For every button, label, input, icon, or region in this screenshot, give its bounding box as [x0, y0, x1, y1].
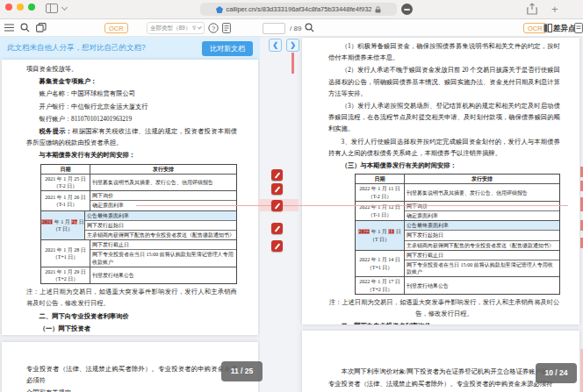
page-number-input[interactable] — [263, 23, 285, 34]
thumbnails-icon[interactable] — [36, 23, 47, 32]
paragraph: 3、发行人行使赎回选择权并按约定完成赎回资金划付的，发行人与本期债券持有人之间的… — [328, 136, 560, 159]
prev-diff-button[interactable]: ❮ — [269, 39, 282, 52]
table-row: 2022 年 1 月 17 日（T+2 日） 刊登发行结果公告 — [356, 276, 559, 293]
extension-icon[interactable] — [401, 4, 413, 15]
right-page-badge: 10 / 24 — [536, 363, 577, 383]
right-page-1: （1）积极筹备赎回资金，确保按照债券募集说明书和相关文件的约定，按时偿付本期债券… — [302, 38, 579, 324]
search-icon-right[interactable] — [305, 23, 314, 32]
schedule-table-left: 日期 发行安排 2021 年 1 月 25 日（T-2 日） 刊登募集说明书及其… — [40, 164, 237, 285]
next-diff-button[interactable]: ❯ — [286, 39, 299, 52]
diff-marker-icon[interactable] — [271, 223, 283, 234]
svg-text:?: ? — [212, 25, 215, 32]
table-row-highlighted: 2022 年 1 月 13 日（T 日） 公告最终票面利率网下发行起始日主承销商… — [356, 220, 559, 250]
new-tab-button[interactable]: + — [551, 3, 558, 16]
table-header: 日期 发行安排 — [356, 175, 559, 183]
paragraph: 本次网下利率询价对象/网下投资者为在证券登记机构开立合格证券账户的 — [328, 366, 560, 377]
right-document-pane: （1）积极筹备赎回资金，确保按照债券募集说明书和相关文件的约定，按时偿付本期债券… — [297, 37, 583, 392]
share-banner: 此文档来自他人分享，想对比自己的文档? 比对新文档 — [0, 37, 260, 60]
table-row: 2021 年 1 月 29 日（T+2 日） 刊登发行结果公告 — [41, 267, 236, 283]
diff-marker-icon[interactable] — [271, 169, 283, 181]
diff-report-icon[interactable] — [574, 23, 583, 33]
close-window-button[interactable] — [5, 4, 12, 11]
type-filter-label: 全部类型（89） — [150, 25, 191, 32]
table-row: 2022 年 1 月 14 日（T+1 日） 网下发行截止日网下专业投资者在当日… — [356, 250, 559, 277]
left-page-2: 专业投资者（法律、法规禁止购买者除外）。专业投资者的申购资金来源必须符 合国家有… — [2, 342, 258, 392]
paragraph: （1）积极筹备赎回资金，确保按照债券募集说明书和相关文件的约定，按时偿付本期债券… — [328, 40, 560, 63]
ocr-badge-left[interactable]: OCR — [104, 23, 128, 33]
paragraph: 项目资金投放等。 — [26, 63, 237, 75]
paragraph: （3）发行人承诺按照交易场所、登记结算机构的规定和相关约定及时启动债券赎回流程，… — [328, 100, 560, 135]
paragraph: 开户银行：中信银行北京金运大厦支行 — [26, 101, 237, 112]
menu-icon[interactable] — [4, 23, 14, 32]
document-icon-left[interactable] — [222, 23, 231, 33]
table-row: 2021 年 1 月 26 日（T-1 日） 网下询价确定票面利率 — [41, 190, 236, 210]
zoom-window-button[interactable] — [28, 4, 35, 11]
heading: 二、网下向专业投资者利率询价 — [26, 310, 237, 322]
search-icon-left[interactable] — [20, 23, 30, 32]
main-area: 此文档来自他人分享，想对比自己的文档? 比对新文档 项目资金投放等。 募集资金专… — [0, 37, 583, 392]
dropdown-chevron-icon — [198, 25, 202, 29]
diff-marker-icon[interactable] — [271, 183, 283, 195]
url-text: calliper.cn/s/83d333196af34c8fa75b33448f… — [227, 5, 372, 13]
heading: 与本期债券发行有关的时间安排： — [26, 149, 237, 160]
address-bar[interactable]: calliper.cn/s/83d333196af34c8fa75b33448f… — [200, 3, 397, 16]
pane-divider — [260, 37, 297, 392]
minimize-window-button[interactable] — [17, 4, 24, 11]
paragraph: 税务提示：根据国家有关税收法律、法规的规定，投资者投资本期债券所应缴纳的税款由投… — [26, 125, 237, 148]
paragraph: 合国家有关规定。 — [26, 387, 237, 392]
heading: （三）与本期债券发行有关的时间安排： — [328, 160, 560, 171]
diff-marker-icon[interactable] — [271, 240, 283, 252]
page-total-label: / 89 — [290, 25, 301, 32]
compare-new-doc-button[interactable]: 比对新文档 — [202, 41, 253, 56]
diff-ruler-tick[interactable] — [292, 53, 294, 74]
browser-chrome: calliper.cn/s/83d333196af34c8fa75b33448f… — [0, 0, 583, 19]
schedule-table-right: 日期 发行安排 2022 年 1 月 11 日（T-2 日） 刊登募集说明书及其… — [355, 174, 560, 295]
heading: 二、网下向专业投资者利率询价 — [328, 320, 560, 324]
heading: 募集资金专项账户： — [26, 75, 237, 87]
site-favicon — [216, 6, 223, 13]
table-row: 2021 年 1 月 25 日（T-2 日） 刊登募集说明书及其摘要、发行公告、… — [41, 174, 236, 190]
paragraph: （2）发行人承诺不晚于赎回资金发放日前 20 个交易日披露关于是否行使赎回选择权… — [328, 64, 560, 99]
table-row-highlighted: 2021 年 1 月 27 日（T 日） 公告最终票面利率网下发行起始日主承销商… — [41, 210, 236, 240]
left-page-1: 项目资金投放等。 募集资金专项账户： 账户名称：中国环球租赁有限公司 开户银行：… — [2, 60, 258, 335]
table-row: 2022 年 1 月 11 日（T-2 日） 刊登募集说明书及其摘要、发行公告、… — [356, 183, 559, 200]
table-row: 2022 年 1 月 12 日（T-1 日） 网下询价确定票面利率 — [356, 201, 559, 220]
share-banner-text: 此文档来自他人分享，想对比自己的文档? — [7, 43, 146, 53]
sidebar-toggle-icon[interactable] — [46, 4, 58, 13]
paragraph: 专业投资者（法律、法规禁止购买者除外）。专业投资者的申购资金来源必须符 — [26, 363, 237, 386]
paragraph: 账户名称：中国环球租赁有限公司 — [26, 88, 237, 99]
table-note: 注：上述日期为交易日，如遇重大突发事件影响发行，发行人和主承销商将及时公告，修改… — [328, 296, 560, 319]
help-icon[interactable]: ? — [208, 23, 219, 33]
paragraph: 专业投资者（法律、法规禁止购买者除外）。专业投资者的申购资金来源必须符 — [328, 378, 560, 389]
diff-connector-line — [136, 205, 568, 206]
chevron-down-icon[interactable] — [61, 4, 68, 11]
app-toolbar: OCR 全部类型（89） ? / 89 OCR 差异点 — [0, 19, 583, 37]
type-filter-dropdown[interactable]: 全部类型（89） — [147, 22, 205, 34]
paragraph: 银行账户：8110701012401963219 — [26, 113, 237, 125]
left-page-badge: 11 / 25 — [221, 361, 263, 381]
left-document-pane: 此文档来自他人分享，想对比自己的文档? 比对新文档 项目资金投放等。 募集资金专… — [0, 37, 260, 392]
filter-icon — [192, 25, 197, 31]
heading: （一）网下投资者 — [26, 323, 237, 334]
diff-points-label[interactable]: 差异点 — [553, 24, 576, 34]
table-header: 日期 发行安排 — [41, 165, 236, 174]
browser-window: calliper.cn/s/83d333196af34c8fa75b33448f… — [0, 0, 583, 392]
table-row: 2021 年 1 月 28 日（T+1 日） 网下发行截止日网下专业投资者在当日… — [41, 239, 236, 267]
diff-marker-icon[interactable] — [271, 200, 283, 211]
split-compare-icon[interactable] — [543, 24, 552, 32]
lock-icon — [375, 6, 381, 13]
share-icon[interactable] — [527, 3, 537, 15]
table-note: 注：上述日期为交易日，如遇重大突发事件影响发行，发行人和主承销商将及时公告，修改… — [26, 286, 237, 309]
